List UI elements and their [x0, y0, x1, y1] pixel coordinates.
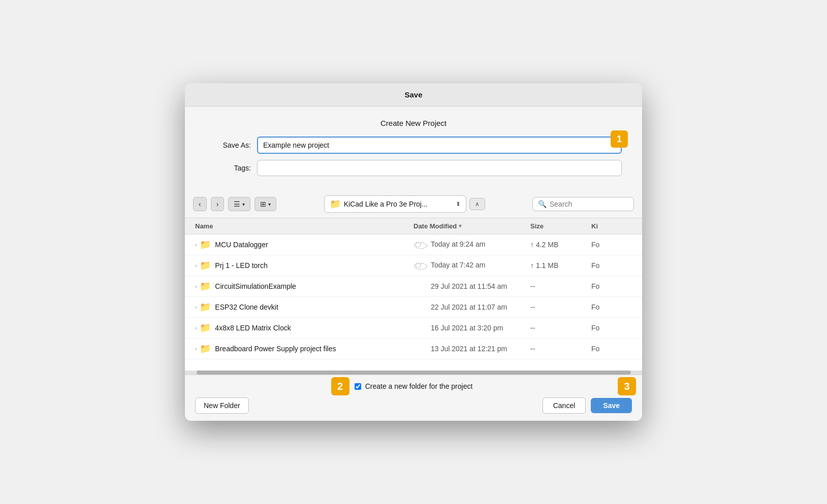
- save-as-input[interactable]: [257, 137, 622, 154]
- column-headers: Name Date Modified ▾ Size Ki: [185, 218, 642, 234]
- table-row[interactable]: › 📁 CircuitSimulationExample 29 Jul 2021…: [185, 276, 642, 297]
- form-subtitle: Create New Project: [205, 119, 622, 127]
- list-view-button[interactable]: ☰ ▾: [228, 197, 250, 211]
- row-chevron-icon: ›: [195, 305, 197, 310]
- row-chevron-icon: ›: [195, 263, 197, 268]
- row-file-name: Breadboard Power Supply project files: [215, 345, 414, 353]
- row-folder-icon: 📁: [200, 281, 211, 292]
- col-header-date: Date Modified ▾: [414, 222, 530, 230]
- row-size: --: [530, 324, 591, 332]
- forward-button[interactable]: ›: [211, 197, 225, 211]
- grid-dropdown-icon: ▾: [268, 201, 271, 207]
- footer: 2 Create a new folder for the project Ne…: [185, 375, 642, 421]
- table-row[interactable]: › 📁 Breadboard Power Supply project file…: [185, 339, 642, 359]
- svg-point-3: [416, 263, 421, 268]
- chevron-up-button[interactable]: ∧: [469, 198, 485, 210]
- folder-selector[interactable]: 📁 KiCad Like a Pro 3e Proj... ⬍: [324, 195, 466, 213]
- table-row[interactable]: › 📁 MCU Datalogger Today at 9:24 am ↑ 4.…: [185, 234, 642, 255]
- list-icon: ☰: [234, 200, 240, 208]
- row-date: 13 Jul 2021 at 12:21 pm: [414, 345, 530, 353]
- row-folder-icon: 📁: [200, 343, 211, 354]
- file-rows-container: › 📁 MCU Datalogger Today at 9:24 am ↑ 4.…: [185, 234, 642, 359]
- search-icon: 🔍: [538, 200, 547, 208]
- save-as-input-wrapper: 1: [257, 137, 622, 154]
- row-size: ↑ 1.1 MB: [530, 261, 591, 270]
- row-size: --: [530, 345, 591, 353]
- save-as-label: Save As:: [205, 141, 251, 149]
- save-as-row: Save As: 1: [205, 137, 622, 154]
- selector-up-down-icon: ⬍: [456, 200, 461, 208]
- folder-icon: 📁: [330, 198, 341, 210]
- row-date: 29 Jul 2021 at 11:54 am: [414, 282, 530, 290]
- row-chevron-icon: ›: [195, 242, 197, 248]
- svg-point-1: [416, 243, 421, 247]
- btn-group: 3 Cancel Save: [543, 397, 632, 414]
- row-kind: Fo: [591, 261, 632, 270]
- new-folder-checkbox[interactable]: [355, 383, 361, 390]
- row-size: --: [530, 282, 591, 290]
- back-button[interactable]: ‹: [193, 197, 207, 211]
- folder-name: KiCad Like a Pro 3e Proj...: [344, 200, 453, 208]
- row-kind: Fo: [591, 241, 632, 249]
- form-section: Create New Project Save As: 1 Tags:: [185, 107, 642, 190]
- grid-view-button[interactable]: ⊞ ▾: [255, 197, 276, 211]
- table-row[interactable]: › 📁 4x8x8 LED Matrix Clock 16 Jul 2021 a…: [185, 318, 642, 339]
- row-kind: Fo: [591, 324, 632, 332]
- row-file-name: MCU Datalogger: [215, 241, 414, 249]
- save-dialog: Save Create New Project Save As: 1 Tags:…: [185, 83, 642, 421]
- grid-icon: ⊞: [260, 200, 266, 208]
- cancel-button[interactable]: Cancel: [543, 397, 586, 414]
- toolbar: ‹ › ☰ ▾ ⊞ ▾ 📁 KiCad Like a Pro 3e Proj..…: [185, 190, 642, 218]
- sort-arrow-icon: ▾: [459, 223, 462, 229]
- row-file-name: ESP32 Clone devkit: [215, 303, 414, 311]
- badge-2: 2: [331, 377, 349, 395]
- col-header-size: Size: [530, 222, 591, 230]
- row-kind: Fo: [591, 303, 632, 311]
- table-row[interactable]: › 📁 Prj 1 - LED torch Today at 7:42 am ↑…: [185, 255, 642, 276]
- col-header-name: Name: [195, 222, 414, 230]
- badge-1: 1: [611, 130, 628, 148]
- scrollbar[interactable]: [185, 371, 642, 375]
- row-folder-icon: 📁: [200, 239, 211, 250]
- file-list: Name Date Modified ▾ Size Ki › 📁 MCU Dat…: [185, 218, 642, 371]
- tags-input-wrapper: [257, 160, 622, 176]
- row-date: Today at 9:24 am: [414, 240, 530, 249]
- table-row[interactable]: › 📁 ESP32 Clone devkit 22 Jul 2021 at 11…: [185, 297, 642, 318]
- save-button[interactable]: Save: [591, 398, 632, 413]
- new-folder-label: Create a new folder for the project: [365, 382, 473, 390]
- footer-buttons: New Folder 3 Cancel Save: [195, 397, 632, 414]
- row-folder-icon: 📁: [200, 301, 211, 313]
- row-date: 22 Jul 2021 at 11:07 am: [414, 303, 530, 311]
- tags-row: Tags:: [205, 160, 622, 176]
- tags-input[interactable]: [257, 160, 622, 176]
- title-bar: Save: [185, 83, 642, 107]
- row-file-name: 4x8x8 LED Matrix Clock: [215, 324, 414, 332]
- cloud-icon: [414, 240, 428, 249]
- row-date: 16 Jul 2021 at 3:20 pm: [414, 324, 530, 332]
- row-chevron-icon: ›: [195, 284, 197, 289]
- row-kind: Fo: [591, 282, 632, 290]
- row-folder-icon: 📁: [200, 322, 211, 333]
- toolbar-center: 📁 KiCad Like a Pro 3e Proj... ⬍ ∧: [280, 195, 528, 213]
- dialog-title: Save: [404, 90, 422, 99]
- row-chevron-icon: ›: [195, 346, 197, 352]
- list-dropdown-icon: ▾: [242, 201, 245, 207]
- row-chevron-icon: ›: [195, 325, 197, 331]
- row-kind: Fo: [591, 345, 632, 353]
- tags-label: Tags:: [205, 164, 251, 172]
- cloud-icon: [414, 261, 428, 270]
- row-file-name: CircuitSimulationExample: [215, 282, 414, 290]
- badge-3: 3: [618, 377, 636, 395]
- col-header-kind: Ki: [591, 222, 632, 230]
- search-input[interactable]: [550, 200, 628, 208]
- footer-top: 2 Create a new folder for the project: [195, 382, 632, 390]
- row-file-name: Prj 1 - LED torch: [215, 261, 414, 270]
- new-folder-button[interactable]: New Folder: [195, 397, 249, 414]
- row-folder-icon: 📁: [200, 260, 211, 271]
- row-size: --: [530, 303, 591, 311]
- scrollbar-thumb: [197, 371, 631, 375]
- save-btn-wrapper: Save: [591, 398, 632, 413]
- search-box[interactable]: 🔍: [532, 197, 634, 211]
- row-size: ↑ 4.2 MB: [530, 241, 591, 249]
- toolbar-right: 🔍: [532, 197, 634, 211]
